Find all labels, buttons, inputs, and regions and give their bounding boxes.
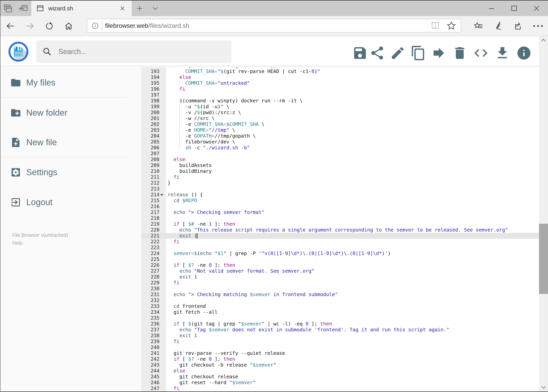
info-button[interactable] (516, 45, 532, 61)
code-line-241[interactable]: 241 git rev-parse --verify --quiet relea… (141, 350, 539, 356)
sidebar-help-link[interactable]: Help (12, 240, 22, 246)
code-line-230[interactable]: 230 (141, 286, 539, 292)
code-line-213[interactable]: 213 (141, 186, 539, 192)
code-line-236[interactable]: 236 if [ $(git tag | grep "$semver" | wc… (141, 321, 539, 327)
copy-button[interactable] (410, 45, 426, 61)
code-line-237[interactable]: 237 echo "Tag $semver does not exist in … (141, 327, 539, 333)
code-line-199[interactable]: 199 -u "$(id -u)" \ (141, 104, 539, 110)
code-line-228[interactable]: 228 exit 1 (141, 274, 539, 280)
code-line-206[interactable]: 206 sh -c "./wizard.sh -b" (141, 145, 539, 151)
sidebar-item-settings[interactable]: Settings (0, 163, 127, 182)
set-tabs-aside-button[interactable] (15, 0, 30, 16)
code-line-234[interactable]: 234 git fetch --all (141, 309, 539, 315)
forward-button[interactable] (21, 16, 39, 36)
favorite-star-icon[interactable] (446, 21, 457, 31)
code-line-245[interactable]: 245 git checkout release (141, 374, 539, 380)
code-line-207[interactable]: 207 (141, 151, 539, 157)
tab-list-button[interactable] (148, 0, 163, 16)
code-line-201[interactable]: 201 -w //src \ (141, 115, 539, 121)
code-line-222[interactable]: 222 fi (141, 239, 539, 245)
code-line-211[interactable]: 211 fi (141, 174, 539, 180)
share-button[interactable] (510, 16, 527, 36)
code-line-240[interactable]: 240 (141, 344, 539, 350)
home-button[interactable] (60, 16, 77, 36)
info-circle-icon[interactable] (92, 22, 98, 29)
save-button[interactable] (352, 45, 368, 61)
code-line-223[interactable]: 223 (141, 245, 539, 251)
code-line-246[interactable]: 246 git reset --hard "$semver" (141, 380, 539, 385)
code-line-239[interactable]: 239 fi (141, 339, 539, 344)
back-button[interactable] (1, 16, 19, 36)
code-line-208[interactable]: 208 else (141, 157, 539, 162)
code-line-209[interactable]: 209 buildAssets (141, 162, 539, 168)
code-line-224[interactable]: 224 semver=$(echo "$1" | grep -P '^v(0|[… (141, 251, 539, 256)
new-tab-button[interactable] (132, 0, 147, 16)
scrollbar-down-icon[interactable] (541, 386, 546, 389)
raw-editor-button[interactable] (473, 45, 489, 61)
code-line-221[interactable]: 221 exit 1 (141, 233, 539, 239)
browser-tab[interactable]: wizard.sh (31, 0, 132, 16)
url-text[interactable]: filebrowser.web/files/wizard.sh (105, 19, 189, 32)
code-line-218[interactable]: 218 (141, 215, 539, 221)
sidebar-item-my-files[interactable]: My files (0, 73, 127, 92)
code-line-197[interactable]: 197 (141, 92, 539, 98)
window-close-button[interactable] (528, 0, 545, 16)
code-line-233[interactable]: 233 cd frontend (141, 303, 539, 309)
code-line-216[interactable]: 216 (141, 203, 539, 210)
hub-button[interactable] (470, 16, 487, 36)
scrollbar-thumb[interactable] (539, 224, 548, 294)
window-maximize-button[interactable] (505, 0, 523, 16)
code-line-205[interactable]: 205 filebrowser/dev \ (141, 139, 539, 145)
move-button[interactable] (431, 45, 447, 61)
address-bar[interactable]: filebrowser.web/files/wizard.sh (87, 19, 461, 33)
code-line-215[interactable]: 215 cd $REPO (141, 198, 539, 203)
web-note-button[interactable] (490, 16, 508, 36)
download-button[interactable] (495, 45, 510, 61)
code-line-247[interactable]: 247 fi (141, 385, 539, 392)
reload-button[interactable] (41, 16, 58, 36)
scrollbar-up-icon[interactable] (541, 39, 546, 42)
code-line-232[interactable]: 232 (141, 297, 539, 303)
filebrowser-logo[interactable] (7, 41, 29, 63)
code-line-244[interactable]: 244 else (141, 368, 539, 374)
sidebar-item-logout[interactable]: Logout (0, 193, 127, 211)
code-editor[interactable]: 192 if [ "$(command -v git)" != "" ]; th… (141, 67, 539, 392)
code-line-193[interactable]: 193 COMMIT_SHA="$(git rev-parse HEAD | c… (141, 69, 539, 74)
code-line-212[interactable]: 212} (141, 180, 539, 186)
reading-view-book-icon[interactable] (430, 20, 441, 31)
code-line-229[interactable]: 229 fi (141, 280, 539, 286)
code-line-226[interactable]: 226 if [ $? -ne 0 ]; then (141, 262, 539, 268)
code-line-194[interactable]: 194 else (141, 74, 539, 80)
fold-marker-icon[interactable] (160, 194, 163, 196)
code-line-214[interactable]: 214release () { (141, 192, 539, 198)
code-line-231[interactable]: 231 echo "> Checking matching $semver in… (141, 292, 539, 297)
code-line-243[interactable]: 243 git checkout -b release "$semver" (141, 362, 539, 368)
delete-button[interactable] (452, 45, 468, 61)
rename-button[interactable] (390, 45, 406, 61)
code-line-202[interactable]: 202 -e COMMIT_SHA=$COMMIT_SHA \ (141, 121, 539, 127)
code-line-210[interactable]: 210 buildBinary (141, 168, 539, 174)
settings-more-button[interactable] (529, 16, 547, 36)
code-line-220[interactable]: 220 echo "This release script requires a… (141, 227, 539, 233)
code-line-227[interactable]: 227 echo "Not valid semver format. See s… (141, 268, 539, 274)
sidebar-item-new-folder[interactable]: New folder (0, 103, 127, 122)
code-line-204[interactable]: 204 -e GOPATH=//tmp/gopath \ (141, 133, 539, 139)
code-line-225[interactable]: 225 (141, 256, 539, 262)
code-line-238[interactable]: 238 exit 1 (141, 333, 539, 339)
search-box[interactable]: Search... (36, 40, 231, 63)
code-line-196[interactable]: 196 fi (141, 86, 539, 92)
code-line-217[interactable]: 217 echo "> Checking semver format" (141, 210, 539, 215)
tab-preview-button[interactable] (0, 0, 15, 16)
share-file-button[interactable] (369, 45, 385, 61)
tab-close-icon[interactable] (119, 6, 125, 11)
code-line-219[interactable]: 219 if [ $# -ne 1 ]; then (141, 221, 539, 227)
code-line-203[interactable]: 203 -e HOME="//tmp" \ (141, 127, 539, 133)
window-minimize-button[interactable] (483, 0, 500, 16)
code-line-242[interactable]: 242 if [ $? -ne 0 ]; then (141, 356, 539, 362)
page-scrollbar[interactable] (539, 36, 548, 392)
code-line-200[interactable]: 200 -v /$(pwd):/src:z \ (141, 110, 539, 115)
code-line-195[interactable]: 195 COMMIT_SHA="untracked" (141, 80, 539, 86)
code-line-198[interactable]: 198 $(command -v winpty) docker run --rm… (141, 98, 539, 104)
sidebar-item-new-file[interactable]: New file (0, 133, 127, 152)
code-line-235[interactable]: 235 (141, 315, 539, 321)
